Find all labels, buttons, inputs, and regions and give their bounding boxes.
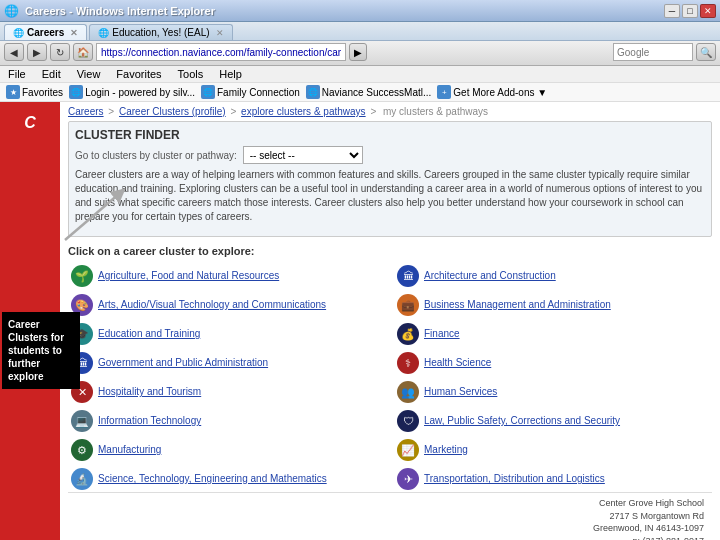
cluster-icon-health: ⚕	[397, 352, 419, 374]
cluster-link-hospitality[interactable]: Hospitality and Tourism	[98, 386, 201, 398]
cluster-link-human-services[interactable]: Human Services	[424, 386, 497, 398]
breadcrumb-profile[interactable]: Career Clusters (profile)	[119, 106, 226, 117]
annotation-text: Career Clusters for students to further …	[8, 319, 64, 382]
cluster-link-finance[interactable]: Finance	[424, 328, 460, 340]
maximize-button[interactable]: □	[682, 4, 698, 18]
breadcrumb-sep1: >	[108, 106, 117, 117]
close-button[interactable]: ✕	[700, 4, 716, 18]
cluster-item-transportation[interactable]: ✈ Transportation, Distribution and Logis…	[394, 466, 712, 492]
breadcrumb-explore[interactable]: explore clusters & pathways	[241, 106, 366, 117]
cluster-link-stem[interactable]: Science, Technology, Engineering and Mat…	[98, 473, 327, 485]
cluster-item-government[interactable]: 🏛 Government and Public Administration	[68, 350, 386, 376]
cluster-item-health[interactable]: ⚕ Health Science	[394, 350, 712, 376]
cluster-link-agriculture[interactable]: Agriculture, Food and Natural Resources	[98, 270, 279, 282]
fav-family-icon: 🌐	[201, 85, 215, 99]
cluster-icon-it: 💻	[71, 410, 93, 432]
minimize-button[interactable]: ─	[664, 4, 680, 18]
cluster-icon-finance: 💰	[397, 323, 419, 345]
cluster-link-manufacturing[interactable]: Manufacturing	[98, 444, 161, 456]
annotation-box: Career Clusters for students to further …	[2, 312, 80, 389]
svg-line-1	[65, 193, 120, 240]
tab-careers-close[interactable]: ✕	[70, 28, 78, 38]
forward-button[interactable]: ▶	[27, 43, 47, 61]
content-area: Careers > Career Clusters (profile) > ex…	[60, 102, 720, 540]
menu-tools[interactable]: Tools	[174, 67, 208, 81]
cluster-link-government[interactable]: Government and Public Administration	[98, 357, 268, 369]
browser-toolbar: ◀ ▶ ↻ 🏠 ▶ 🔍	[0, 41, 720, 66]
menu-view[interactable]: View	[73, 67, 105, 81]
fav-addons-label: Get More Add-ons ▼	[453, 87, 547, 98]
explore-label: Click on a career cluster to explore:	[68, 245, 712, 257]
breadcrumb: Careers > Career Clusters (profile) > ex…	[68, 106, 712, 117]
menu-help[interactable]: Help	[215, 67, 246, 81]
cluster-item-agriculture[interactable]: 🌱 Agriculture, Food and Natural Resource…	[68, 263, 386, 289]
search-input[interactable]	[613, 43, 693, 61]
go-button[interactable]: ▶	[349, 43, 367, 61]
menu-favorites[interactable]: Favorites	[112, 67, 165, 81]
fav-naviance-label: Naviance SuccessMatl...	[322, 87, 432, 98]
menu-edit[interactable]: Edit	[38, 67, 65, 81]
sidebar-logo: C	[24, 114, 36, 132]
window-title: Careers - Windows Internet Explorer	[25, 5, 215, 17]
cluster-header: CLUSTER FINDER Go to clusters by cluster…	[68, 121, 712, 237]
cluster-item-hospitality[interactable]: ✕ Hospitality and Tourism	[68, 379, 386, 405]
cluster-item-manufacturing[interactable]: ⚙ Manufacturing	[68, 437, 386, 463]
cluster-link-transportation[interactable]: Transportation, Distribution and Logisti…	[424, 473, 605, 485]
cluster-link-it[interactable]: Information Technology	[98, 415, 201, 427]
cluster-item-architecture[interactable]: 🏛 Architecture and Construction	[394, 263, 712, 289]
cluster-item-finance[interactable]: 💰 Finance	[394, 321, 712, 347]
cluster-icon-transportation: ✈	[397, 468, 419, 490]
refresh-button[interactable]: ↻	[50, 43, 70, 61]
fav-naviance[interactable]: 🌐 Naviance SuccessMatl...	[306, 85, 432, 99]
cluster-link-business[interactable]: Business Management and Administration	[424, 299, 611, 311]
breadcrumb-careers[interactable]: Careers	[68, 106, 104, 117]
cluster-link-law[interactable]: Law, Public Safety, Corrections and Secu…	[424, 415, 620, 427]
cluster-link-education[interactable]: Education and Training	[98, 328, 200, 340]
fav-naviance-icon: 🌐	[306, 85, 320, 99]
window-controls: ─ □ ✕	[664, 4, 716, 18]
cluster-item-arts[interactable]: 🎨 Arts, Audio/Visual Technology and Comm…	[68, 292, 386, 318]
window-chrome: 🌐 Careers - Windows Internet Explorer ─ …	[0, 0, 720, 22]
menu-bar: File Edit View Favorites Tools Help	[0, 66, 720, 83]
tab-education-icon: 🌐	[98, 28, 109, 38]
cluster-icon-manufacturing: ⚙	[71, 439, 93, 461]
cluster-link-arts[interactable]: Arts, Audio/Visual Technology and Commun…	[98, 299, 326, 311]
fav-favorites-label: Favorites	[22, 87, 63, 98]
tab-education[interactable]: 🌐 Education, Yes! (EAL) ✕	[89, 24, 232, 40]
breadcrumb-sep2: >	[230, 106, 239, 117]
cluster-icon-agriculture: 🌱	[71, 265, 93, 287]
cluster-item-marketing[interactable]: 📈 Marketing	[394, 437, 712, 463]
school-phone: p: (317) 881-9017	[76, 535, 704, 540]
description-text: Career clusters are a way of helping lea…	[75, 168, 705, 224]
tab-bar: 🌐 Careers ✕ 🌐 Education, Yes! (EAL) ✕	[0, 22, 720, 41]
fav-login[interactable]: 🌐 Login - powered by silv...	[69, 85, 195, 99]
fav-favorites[interactable]: ★ Favorites	[6, 85, 63, 99]
back-button[interactable]: ◀	[4, 43, 24, 61]
fav-addons[interactable]: + Get More Add-ons ▼	[437, 85, 547, 99]
menu-file[interactable]: File	[4, 67, 30, 81]
address-bar[interactable]	[96, 43, 346, 61]
cluster-item-law[interactable]: 🛡 Law, Public Safety, Corrections and Se…	[394, 408, 712, 434]
home-button[interactable]: 🏠	[73, 43, 93, 61]
fav-login-icon: 🌐	[69, 85, 83, 99]
cluster-item-stem[interactable]: 🔬 Science, Technology, Engineering and M…	[68, 466, 386, 492]
tab-education-close[interactable]: ✕	[216, 28, 224, 38]
cluster-link-health[interactable]: Health Science	[424, 357, 491, 369]
cluster-link-architecture[interactable]: Architecture and Construction	[424, 270, 556, 282]
fav-family-label: Family Connection	[217, 87, 300, 98]
cluster-select[interactable]: -- select --	[243, 146, 363, 164]
cluster-item-business[interactable]: 💼 Business Management and Administration	[394, 292, 712, 318]
search-button[interactable]: 🔍	[696, 43, 716, 61]
cluster-icon-stem: 🔬	[71, 468, 93, 490]
cluster-item-human-services[interactable]: 👥 Human Services	[394, 379, 712, 405]
tab-careers[interactable]: 🌐 Careers ✕	[4, 24, 87, 40]
cluster-link-marketing[interactable]: Marketing	[424, 444, 468, 456]
favorites-bar: ★ Favorites 🌐 Login - powered by silv...…	[0, 83, 720, 102]
left-sidebar: C Career Clusters for students to furthe…	[0, 102, 60, 540]
cluster-item-education[interactable]: 🎓 Education and Training	[68, 321, 386, 347]
fav-family[interactable]: 🌐 Family Connection	[201, 85, 300, 99]
cluster-icon-business: 💼	[397, 294, 419, 316]
tab-education-label: Education, Yes! (EAL)	[112, 27, 209, 38]
cluster-item-it[interactable]: 💻 Information Technology	[68, 408, 386, 434]
cluster-header-title: CLUSTER FINDER	[75, 128, 705, 142]
